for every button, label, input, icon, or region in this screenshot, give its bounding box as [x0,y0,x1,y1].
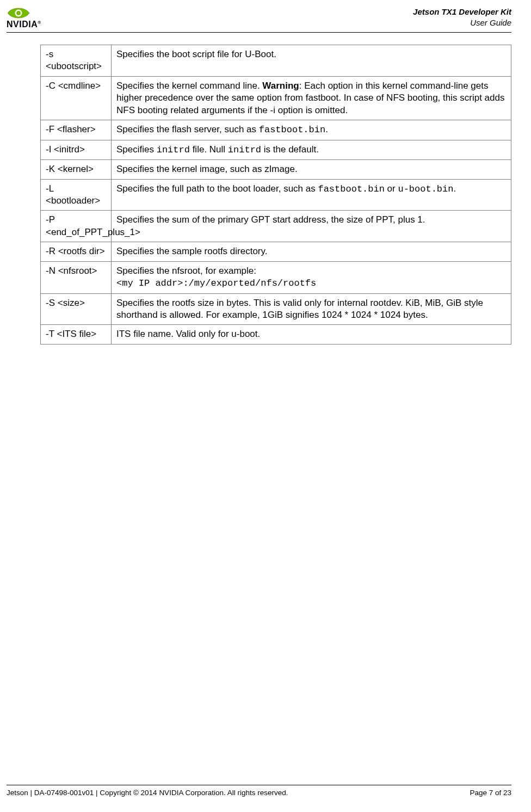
nvidia-eye-icon [7,5,30,21]
description-cell: Specifies the boot script file for U-Boo… [112,45,511,77]
content-area: -s <ubootscript>Specifies the boot scrip… [7,45,511,345]
table-row: -C <cmdline>Specifies the kernel command… [41,76,511,120]
option-cell: -R <rootfs dir> [41,242,112,261]
document-title-line1: Jetson TX1 Developer Kit [413,7,511,17]
document-title-line2: User Guide [413,17,511,28]
table-row: -P <end_of_PPT_plus_1>Specifies the sum … [41,211,511,242]
table-row: -K <kernel>Specifies the kernel image, s… [41,160,511,179]
table-row: -N <nfsroot>Specifies the nfsroot, for e… [41,261,511,293]
table-row: -F <flasher>Specifies the flash server, … [41,120,511,140]
footer-left: Jetson | DA-07498-001v01 | Copyright © 2… [7,789,288,797]
description-cell: Specifies the nfsroot, for example:<my I… [112,261,511,293]
description-cell: Specifies the sum of the primary GPT sta… [112,211,511,242]
table-row: -S <size>Specifies the rootfs size in by… [41,293,511,325]
option-cell: -F <flasher> [41,120,112,140]
description-cell: Specifies the sample rootfs directory. [112,242,511,261]
table-row: -s <ubootscript>Specifies the boot scrip… [41,45,511,77]
table-row: -I <initrd>Specifies initrd file. Null i… [41,140,511,159]
option-cell: -N <nfsroot> [41,261,112,293]
description-cell: Specifies the rootfs size in bytes. This… [112,293,511,325]
option-cell: -T <ITS file> [41,325,112,344]
description-cell: Specifies the kernel image, such as zIma… [112,160,511,179]
description-cell: ITS file name. Valid only for u-boot. [112,325,511,344]
description-cell: Specifies the full path to the boot load… [112,179,511,211]
description-cell: Specifies initrd file. Null initrd is th… [112,140,511,159]
table-row: -T <ITS file>ITS file name. Valid only f… [41,325,511,344]
option-cell: -P <end_of_PPT_plus_1> [41,211,112,242]
option-cell: -s <ubootscript> [41,45,112,77]
table-row: -R <rootfs dir>Specifies the sample root… [41,242,511,261]
document-title: Jetson TX1 Developer Kit User Guide [413,5,511,29]
brand-name: NVIDIA® [7,20,41,29]
option-cell: -C <cmdline> [41,76,112,120]
option-cell: -S <size> [41,293,112,325]
header-rule [7,32,511,33]
brand-logo: NVIDIA® [7,5,41,29]
page-header: NVIDIA® Jetson TX1 Developer Kit User Gu… [7,5,511,32]
description-cell: Specifies the flash server, such as fast… [112,120,511,140]
option-cell: -L <bootloader> [41,179,112,211]
page-footer: Jetson | DA-07498-001v01 | Copyright © 2… [7,785,511,797]
page: NVIDIA® Jetson TX1 Developer Kit User Gu… [0,0,531,812]
table-row: -L <bootloader>Specifies the full path t… [41,179,511,211]
option-cell: -K <kernel> [41,160,112,179]
options-table: -s <ubootscript>Specifies the boot scrip… [40,45,511,345]
footer-right: Page 7 of 23 [470,789,511,797]
description-cell: Specifies the kernel command line. Warni… [112,76,511,120]
option-cell: -I <initrd> [41,140,112,159]
